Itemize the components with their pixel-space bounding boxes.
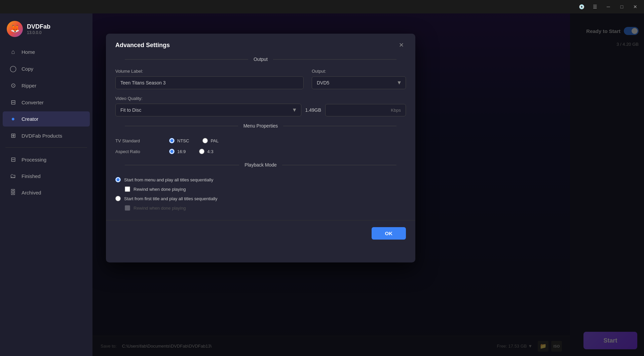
playback-options: Start from menu and play all titles sequ… [115,174,406,211]
rewind2-label: Rewind when done playing [134,206,186,211]
play-menu-radio[interactable] [115,177,121,182]
playback-divider-right [282,165,396,165]
sidebar-item-label: Finished [22,173,41,179]
sidebar-item-label: Converter [22,100,44,105]
app-version: 13.0.0.0 [27,30,50,35]
ok-button[interactable]: OK [372,227,406,240]
video-quality-label-row: Video Quality: [115,96,406,101]
ntsc-radio[interactable] [169,138,175,143]
video-quality-label: Video Quality: [115,96,406,101]
playback-mode-label: Playback Mode [244,162,277,168]
playback-option-play-menu[interactable]: Start from menu and play all titles sequ… [115,177,406,182]
output-section-divider: Output [115,57,406,62]
processing-icon: ⊟ [9,156,17,163]
modal-overlay: Advanced Settings ✕ Output Volume Label: [92,13,644,356]
output-label-text: Output: [312,69,406,74]
app-name: DVDFab [27,23,50,30]
playback-option-play-first[interactable]: Start from first title and play all titl… [115,196,406,201]
ratio-16-9-radio[interactable] [169,149,175,154]
tv-standard-row: TV Standard NTSC PAL [115,135,406,146]
playback-divider-left [125,165,239,165]
pal-option[interactable]: PAL [202,138,219,143]
converter-icon: ⊟ [9,99,17,106]
menu-btn[interactable]: ☰ [589,1,601,12]
playback-option-rewind1[interactable]: Rewind when done playing [125,186,406,192]
advanced-settings-modal: Advanced Settings ✕ Output Volume Label: [106,34,415,262]
play-first-radio[interactable] [115,196,121,201]
ratio-4-3-option[interactable]: 4:3 [199,149,213,154]
play-menu-label: Start from menu and play all titles sequ… [124,177,213,182]
output-select[interactable]: DVD5 DVD9 Blu-ray [312,76,406,89]
output-section-label: Output [254,57,268,62]
sidebar-item-label: Ripper [22,83,36,88]
modal-title: Advanced Settings [115,42,170,49]
sidebar-item-creator[interactable]: ● Creator [3,111,90,127]
aspect-ratio-label: Aspect Ratio [115,149,156,154]
modal-footer: OK [106,220,415,246]
playback-option-rewind2: Rewind when done playing [125,205,406,211]
modal-close-button[interactable]: ✕ [396,40,406,50]
volume-label-input[interactable] [115,76,304,89]
video-size: 1.49GB [305,107,321,113]
divider-line-right [273,59,396,60]
rewind1-label: Rewind when done playing [134,187,186,192]
main-content: Ready to Start 3 / 4.20 GB Save to: C:\U… [92,13,644,356]
pal-label: PAL [211,138,219,143]
sidebar-item-label: Home [22,49,35,55]
ntsc-label: NTSC [177,138,189,143]
menu-properties-label: Menu Properties [243,123,278,129]
divider-line-left [125,59,248,60]
ratio-4-3-label: 4:3 [207,149,213,154]
ntsc-option[interactable]: NTSC [169,138,189,143]
logo-info: DVDFab 13.0.0.0 [27,23,50,35]
sidebar-logo: 🦊 DVDFab 13.0.0.0 [0,17,92,44]
ratio-16-9-option[interactable]: 16:9 [169,149,186,154]
archived-icon: 🗄 [9,189,17,196]
ratio-16-9-label: 16:9 [177,149,186,154]
volume-label-group: Volume Label: [115,69,304,89]
kbps-input[interactable] [325,104,406,116]
sidebar-item-finished[interactable]: 🗂 Finished [3,169,90,184]
menu-properties-section-divider: Menu Properties [115,123,406,129]
pal-radio[interactable] [202,138,208,143]
playback-section-divider: Playback Mode [115,162,406,168]
sidebar-item-converter[interactable]: ⊟ Converter [3,95,90,110]
creator-icon: ● [9,115,17,122]
copy-icon: ◯ [9,65,17,72]
modal-body: Output Volume Label: Output: [106,57,415,220]
logo-avatar: 🦊 [7,21,23,37]
app-container: 🦊 DVDFab 13.0.0.0 ⌂ Home ◯ Copy ⊙ Ripper… [0,13,644,356]
disc-icon-btn[interactable]: 💿 [575,1,588,12]
sidebar-item-ripper[interactable]: ⊙ Ripper [3,78,90,93]
volume-label-text: Volume Label: [115,69,304,74]
video-quality-select[interactable]: Fit to Disc Custom High Medium Low [115,104,301,116]
sidebar-item-archived[interactable]: 🗄 Archived [3,185,90,200]
video-quality-row: Fit to Disc Custom High Medium Low ▼ 1.4… [115,104,406,116]
sidebar-item-label: Creator [22,116,38,122]
menu-divider-right [283,126,396,126]
output-select-wrapper: DVD5 DVD9 Blu-ray ▼ [312,76,406,89]
aspect-ratio-row: Aspect Ratio 16:9 4:3 [115,146,406,157]
modal-header: Advanced Settings ✕ [106,34,415,57]
sidebar-item-dvdfab-products[interactable]: ⊞ DVDFab Products [3,128,90,143]
home-icon: ⌂ [9,48,17,56]
sidebar-item-processing[interactable]: ⊟ Processing [3,152,90,167]
sidebar-item-home[interactable]: ⌂ Home [3,44,90,60]
rewind1-checkbox[interactable] [125,186,130,192]
sidebar-divider [5,147,87,148]
sidebar-item-copy[interactable]: ◯ Copy [3,61,90,76]
vq-select-wrapper: Fit to Disc Custom High Medium Low ▼ [115,104,301,116]
finished-icon: 🗂 [9,173,17,180]
output-group: Output: DVD5 DVD9 Blu-ray ▼ [312,69,406,89]
sidebar: 🦊 DVDFab 13.0.0.0 ⌂ Home ◯ Copy ⊙ Ripper… [0,13,92,356]
play-first-label: Start from first title and play all titl… [124,196,217,201]
maximize-btn[interactable]: □ [616,1,628,12]
rewind2-checkbox [125,205,130,211]
minimize-btn[interactable]: ─ [602,1,614,12]
tv-standard-label: TV Standard [115,138,156,143]
volume-output-row: Volume Label: Output: DVD5 DVD9 Blu-ray [115,69,406,89]
ratio-4-3-radio[interactable] [199,149,204,154]
sidebar-item-label: Archived [22,190,41,195]
close-btn[interactable]: ✕ [629,1,641,12]
title-bar: 💿 ☰ ─ □ ✕ [0,0,644,13]
